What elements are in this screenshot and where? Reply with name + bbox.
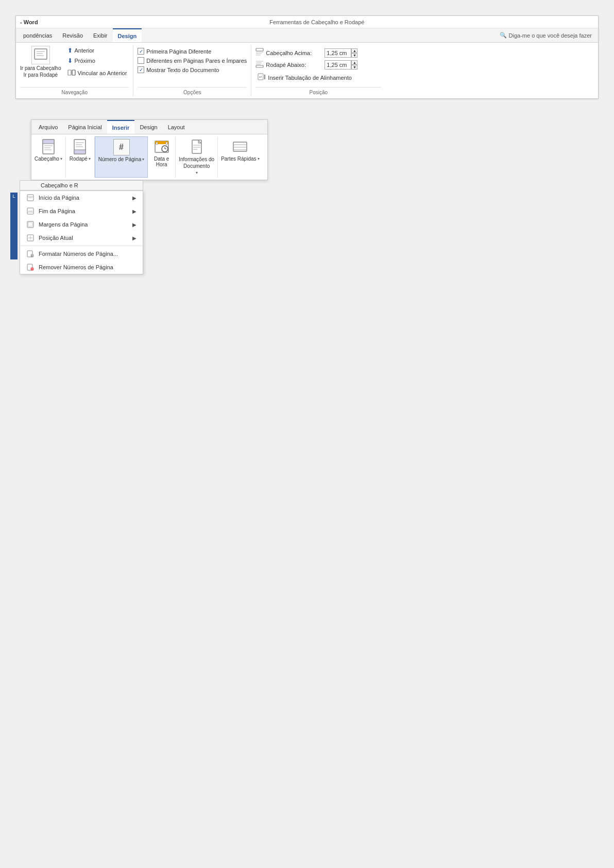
svg-marker-36	[198, 140, 201, 143]
partes-rapidas-icon	[232, 138, 248, 155]
margens-pagina-icon	[26, 220, 35, 229]
numero-pagina-dropdown-arrow: ▾	[142, 157, 144, 162]
rodape-abaixo-label: Rodapé Abaixo:	[266, 62, 322, 68]
proximo-btn[interactable]: ⬇ Próximo	[65, 56, 129, 65]
partes-rapidas-group: Partes Rápidas ▾	[218, 136, 262, 178]
tab-design[interactable]: Design	[113, 28, 142, 42]
page-marker: L	[10, 193, 18, 259]
ribbon-content: Ir para Cabeçalho Ir para Rodapé ⬆ Anter…	[16, 43, 598, 98]
svg-text:×: ×	[31, 268, 33, 271]
second-ribbon: Arquivo Página Inicial Inserir Design La…	[31, 119, 268, 180]
svg-rect-51	[28, 222, 32, 227]
options-group-label: Opções	[138, 87, 247, 95]
tab-search[interactable]: 🔍 Diga-me o que você deseja fazer	[493, 31, 596, 40]
numero-pagina-group[interactable]: # Número de Página ▾	[95, 136, 148, 178]
dropdown-item-posicao-atual[interactable]: Posição Atual ▶	[20, 231, 143, 245]
tab-exibir[interactable]: Exibir	[88, 28, 113, 42]
cabecalho-group-label: Cabeçalho ▾	[35, 156, 62, 162]
rodape-up[interactable]: ▲	[351, 60, 357, 65]
data-hora-group: Data eHora	[148, 136, 176, 178]
tab-inserir[interactable]: Inserir	[107, 120, 135, 134]
proximo-icon: ⬇	[67, 57, 73, 64]
info-doc-group: Informações doDocumento ▾	[176, 136, 218, 178]
dropdown-item-margens-pagina[interactable]: Margens da Página ▶	[20, 218, 143, 231]
position-group-label: Posição	[255, 87, 381, 95]
checkbox-pares-impares-box[interactable]	[138, 57, 144, 64]
top-ribbon-tabs: pondências Revisão Exibir Design 🔍 Diga-…	[16, 28, 598, 43]
checkbox-pares-impares-label: Diferentes em Páginas Pares e Ímpares	[146, 58, 247, 64]
options-group: ✓ Primeira Página Diferente Diferentes e…	[133, 45, 251, 96]
svg-rect-14	[256, 65, 263, 67]
title-bar: - Word Ferramentas de Cabeçalho e Rodapé	[16, 16, 598, 28]
inserir-tabulacao-label: Inserir Tabulação de Alinhamento	[268, 75, 351, 81]
ir-para-cabecalho-label: Ir para Cabeçalho	[20, 65, 61, 71]
svg-rect-34	[166, 142, 167, 145]
second-ribbon-content: Cabeçalho ▾ Rodapé ▾	[31, 134, 267, 180]
checkbox-primeira-pagina[interactable]: ✓ Primeira Página Diferente	[138, 48, 247, 55]
app-title: - Word	[20, 19, 38, 25]
svg-text:↵: ↵	[259, 75, 262, 79]
data-hora-icon	[154, 138, 170, 155]
page-marker-label: L	[12, 194, 15, 199]
svg-rect-24	[74, 150, 86, 154]
vincular-btn[interactable]: Vincular ao Anterior	[65, 67, 129, 79]
cabecalho-spinner[interactable]: ▲ ▼	[351, 48, 357, 58]
partes-rapidas-label: Partes Rápidas ▾	[221, 156, 259, 162]
dropdown-divider	[20, 246, 143, 246]
numero-pagina-icon: #	[113, 139, 130, 155]
tab-arquivo[interactable]: Arquivo	[33, 120, 63, 134]
dropdown-item-fim-pagina[interactable]: Fim da Página ▶	[20, 204, 143, 218]
checkbox-mostrar-texto-box[interactable]: ✓	[138, 66, 144, 73]
context-title: Ferramentas de Cabeçalho e Rodapé	[269, 19, 364, 25]
search-label: Diga-me o que você deseja fazer	[509, 32, 592, 39]
rodape-spinner[interactable]: ▲ ▼	[351, 60, 357, 70]
tab-revisao[interactable]: Revisão	[57, 28, 88, 42]
cabecalho-icon	[255, 48, 264, 58]
rodape-input[interactable]: 1,25 cm	[325, 60, 351, 70]
second-ribbon-tabs: Arquivo Página Inicial Inserir Design La…	[31, 120, 267, 134]
cabecalho-down[interactable]: ▼	[351, 53, 357, 58]
rodape-group-icon	[72, 138, 88, 155]
tab-layout[interactable]: Layout	[163, 120, 190, 134]
inserir-tabulacao-btn[interactable]: ↵ Inserir Tabulação de Alinhamento	[255, 72, 357, 83]
vincular-label: Vincular ao Anterior	[78, 70, 127, 76]
formatar-numeros-icon: x	[26, 250, 35, 258]
dropdown-item-formatar-numeros[interactable]: x Formatar Números de Página...	[20, 247, 143, 261]
partes-rapidas-dropdown-arrow: ▾	[258, 157, 260, 161]
margens-pagina-label: Margens da Página	[39, 221, 88, 228]
checkbox-pares-impares[interactable]: Diferentes em Páginas Pares e Ímpares	[138, 57, 247, 64]
checkbox-mostrar-texto[interactable]: ✓ Mostrar Texto do Documento	[138, 66, 247, 73]
remover-numeros-icon: ×	[26, 263, 35, 271]
svg-rect-33	[156, 142, 158, 145]
ir-para-rodape-label: Ir para Rodapé	[23, 72, 58, 78]
rodape-icon	[255, 60, 264, 70]
cabecalho-input[interactable]: 1,25 cm	[325, 48, 351, 58]
anterior-label: Anterior	[75, 47, 95, 54]
search-icon: 🔍	[500, 32, 507, 39]
cabecalho-group-icon	[40, 138, 57, 155]
dropdown-item-remover-numeros[interactable]: × Remover Números de Página	[20, 261, 143, 274]
anterior-btn[interactable]: ⬆ Anterior	[65, 46, 129, 55]
inicio-pagina-label: Início da Página	[39, 195, 79, 201]
dropdown-item-inicio-pagina[interactable]: Início da Página ▶	[20, 191, 143, 204]
rodape-dropdown-arrow: ▾	[89, 157, 91, 161]
svg-rect-19	[43, 140, 54, 144]
info-doc-label: Informações doDocumento ▾	[179, 156, 214, 176]
rodape-down[interactable]: ▼	[351, 65, 357, 70]
inicio-pagina-icon	[26, 194, 35, 202]
dropdown-menu: Início da Página ▶ Fim da Página ▶ Marge…	[20, 190, 143, 274]
svg-rect-4	[68, 70, 71, 75]
fim-pagina-label: Fim da Página	[39, 208, 75, 214]
remover-numeros-label: Remover Números de Página	[39, 264, 113, 270]
tab-design2[interactable]: Design	[134, 120, 162, 134]
svg-rect-17	[264, 75, 265, 79]
cabecalho-acima-label: Cabeçalho Acima:	[266, 50, 322, 56]
rodape-group-label: Rodapé ▾	[70, 156, 91, 162]
tab-pondencias[interactable]: pondências	[18, 28, 57, 42]
tab-pagina-inicial[interactable]: Página Inicial	[63, 120, 107, 134]
info-doc-dropdown-arrow: ▾	[196, 170, 198, 176]
margens-pagina-arrow: ▶	[132, 222, 137, 228]
cabecalho-up[interactable]: ▲	[351, 48, 357, 53]
checkbox-primeira-pagina-box[interactable]: ✓	[138, 48, 144, 55]
vincular-icon	[67, 68, 76, 78]
